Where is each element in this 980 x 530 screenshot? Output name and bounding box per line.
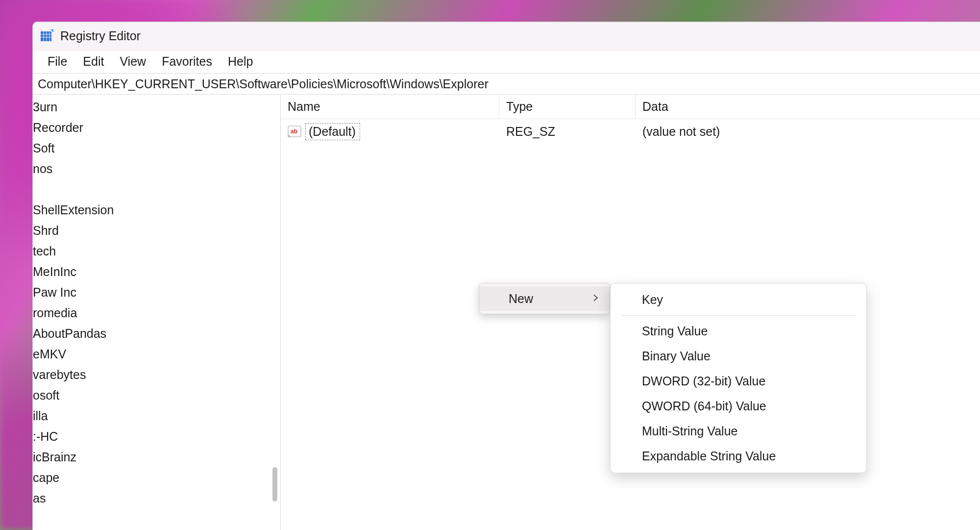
submenu-key-label: Key — [642, 293, 663, 307]
tree-item[interactable]: osoft — [33, 385, 270, 405]
titlebar[interactable]: Registry Editor — [33, 22, 980, 50]
submenu-expandable-label: Expandable String Value — [642, 449, 776, 463]
submenu-binary-label: Binary Value — [642, 349, 710, 363]
tree-item[interactable]: cape — [33, 467, 270, 488]
submenu-qword-value[interactable]: QWORD (64-bit) Value — [611, 394, 866, 419]
address-bar[interactable]: Computer\HKEY_CURRENT_USER\Software\Poli… — [33, 73, 980, 95]
tree-item[interactable]: :-HC — [33, 426, 270, 447]
svg-rect-0 — [41, 31, 51, 41]
tree-item[interactable]: icBrainz — [33, 447, 270, 467]
submenu-string-label: String Value — [642, 324, 708, 338]
menu-help[interactable]: Help — [220, 52, 261, 71]
app-title: Registry Editor — [60, 29, 141, 43]
tree-list: 3urn Recorder Soft nos ShellExtension Sh… — [33, 95, 270, 508]
tree-item[interactable]: Recorder — [33, 117, 270, 138]
submenu-string-value[interactable]: String Value — [611, 319, 866, 344]
tree-item[interactable]: tech — [33, 241, 270, 261]
submenu-dword-value[interactable]: DWORD (32-bit) Value — [611, 369, 866, 394]
column-data[interactable]: Data — [636, 95, 980, 119]
tree-scrollbar-thumb[interactable] — [272, 467, 277, 502]
tree-item[interactable]: Paw Inc — [33, 282, 270, 303]
context-submenu-new: Key String Value Binary Value DWORD (32-… — [610, 283, 867, 473]
tree-item[interactable]: illa — [33, 405, 270, 426]
tree-scrollbar[interactable] — [271, 95, 278, 530]
menubar: File Edit View Favorites Help — [33, 50, 980, 73]
menu-file[interactable]: File — [40, 52, 75, 71]
address-text: Computer\HKEY_CURRENT_USER\Software\Poli… — [38, 77, 489, 91]
list-header: Name Type Data — [281, 95, 980, 119]
tree-item[interactable]: AboutPandas — [33, 323, 270, 344]
registry-editor-icon — [40, 29, 53, 43]
tree-item[interactable]: 3urn — [33, 97, 270, 117]
submenu-binary-value[interactable]: Binary Value — [611, 344, 866, 369]
tree-item[interactable]: as — [33, 488, 270, 508]
value-name-default[interactable]: (Default) — [305, 123, 360, 140]
menu-separator — [621, 315, 856, 316]
value-type: REG_SZ — [499, 125, 636, 139]
tree-item[interactable]: Soft — [33, 138, 270, 158]
tree-item[interactable]: eMKV — [33, 344, 270, 364]
string-value-icon: ab — [288, 126, 301, 137]
tree-item-blank — [33, 179, 270, 200]
column-name[interactable]: Name — [281, 95, 499, 119]
tree-item[interactable]: Shrd — [33, 220, 270, 241]
submenu-multistring-value[interactable]: Multi-String Value — [611, 419, 866, 444]
value-data: (value not set) — [636, 125, 980, 139]
list-row[interactable]: ab (Default) REG_SZ (value not set) — [281, 119, 980, 144]
svg-text:ab: ab — [291, 128, 297, 135]
tree-pane[interactable]: 3urn Recorder Soft nos ShellExtension Sh… — [33, 95, 281, 530]
column-type[interactable]: Type — [499, 95, 636, 119]
menu-edit[interactable]: Edit — [75, 52, 112, 71]
chevron-right-icon — [593, 293, 599, 304]
tree-item[interactable]: varebytes — [33, 364, 270, 385]
submenu-expandable-string-value[interactable]: Expandable String Value — [611, 444, 866, 469]
tree-item[interactable]: romedia — [33, 303, 270, 323]
submenu-multistring-label: Multi-String Value — [642, 424, 737, 438]
context-menu-new[interactable]: New — [479, 286, 610, 311]
tree-item[interactable]: ShellExtension — [33, 200, 270, 220]
submenu-key[interactable]: Key — [611, 287, 866, 312]
tree-item[interactable]: nos — [33, 158, 270, 179]
submenu-dword-label: DWORD (32-bit) Value — [642, 374, 765, 388]
menu-favorites[interactable]: Favorites — [154, 52, 220, 71]
context-menu-new-label: New — [509, 292, 533, 306]
context-menu: New — [479, 283, 610, 314]
submenu-qword-label: QWORD (64-bit) Value — [642, 399, 766, 413]
tree-item[interactable]: MeInInc — [33, 261, 270, 282]
menu-view[interactable]: View — [112, 52, 154, 71]
